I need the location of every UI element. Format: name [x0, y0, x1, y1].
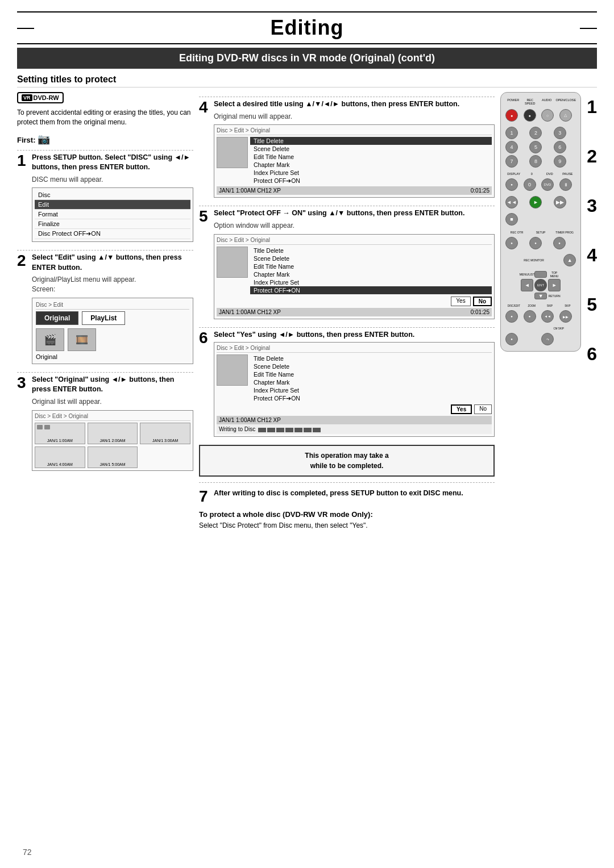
- step4-separator: [199, 97, 495, 97]
- lbl-recmonitor: REC MONITOR: [505, 258, 562, 262]
- btn-recotr[interactable]: ●: [505, 237, 518, 249]
- btn-3[interactable]: 3: [554, 127, 566, 139]
- page-title: Editing: [17, 16, 597, 40]
- btn-6[interactable]: 6: [554, 141, 566, 153]
- btn-discedit[interactable]: ●: [505, 310, 518, 323]
- btn-rew[interactable]: ◄◄: [505, 196, 518, 208]
- lbl-setup: SETUP: [529, 231, 552, 234]
- step7-separator: [199, 482, 495, 483]
- step7-num: 7: [199, 489, 210, 504]
- btn-cmskip[interactable]: ↷: [541, 333, 554, 345]
- wb3: [276, 428, 284, 432]
- tab-original: Original: [36, 311, 78, 325]
- btn-right[interactable]: ►: [548, 279, 561, 291]
- step5-index: Index Picture Set: [250, 278, 492, 286]
- btn-no-unsel[interactable]: No: [474, 404, 492, 414]
- btn-pause[interactable]: ⏸: [559, 178, 572, 191]
- step1-row: 1 Press SETUP button. Select "DISC" usin…: [17, 153, 193, 243]
- step5-num: 5: [199, 208, 210, 224]
- btn-recspeed[interactable]: ●: [524, 109, 536, 122]
- btn-yes[interactable]: Yes: [451, 297, 470, 306]
- side-num-4: 4: [587, 246, 597, 264]
- btn-8[interactable]: 8: [529, 155, 542, 168]
- btn-down[interactable]: ▼: [534, 293, 547, 299]
- btn-no[interactable]: No: [473, 297, 492, 306]
- step6-separator: [199, 327, 495, 328]
- btn-play[interactable]: ►: [529, 196, 542, 208]
- btn-enter[interactable]: ENT: [534, 279, 547, 291]
- step2-row: 2 Select "Edit" using ▲/▼ buttons, then …: [17, 253, 193, 364]
- btn-left[interactable]: ◄: [521, 279, 533, 291]
- btn-up2[interactable]: [534, 271, 547, 278]
- protect-title: To protect a whole disc (DVD-RW VR mode …: [199, 510, 495, 519]
- btn-yes-sel[interactable]: Yes: [451, 404, 472, 414]
- btn-fwd[interactable]: ▶▶: [554, 196, 566, 208]
- step6: 6 Select "Yes" using ◄/► buttons, then p…: [199, 330, 495, 437]
- wb1: [258, 428, 266, 432]
- btn-9[interactable]: 9: [554, 155, 566, 168]
- step1-desc: DISC menu will appear.: [32, 175, 193, 185]
- dvdrw-label: DVD‐RW: [34, 94, 59, 101]
- btn-2[interactable]: 2: [529, 127, 542, 139]
- btn-up[interactable]: ▲: [563, 254, 576, 266]
- mid-column: 4 Select a desired title using ▲/▼/◄/► b…: [199, 92, 495, 531]
- btn-power[interactable]: ●: [505, 109, 518, 122]
- btn-4[interactable]: 4: [505, 141, 518, 153]
- btn-skip1[interactable]: ◄◄: [541, 310, 554, 323]
- step6-edit-title: Edit Title Name: [250, 370, 492, 378]
- step3-num: 3: [17, 375, 28, 391]
- step3-desc: Original list will appear.: [32, 397, 193, 407]
- btn-1[interactable]: 1: [505, 127, 518, 139]
- step4: 4 Select a desired title using ▲/▼/◄/► b…: [199, 99, 495, 198]
- btn-timerprog[interactable]: ●: [553, 237, 566, 249]
- remote-control: POWER REC SPEED AUDIO OPEN/CLOSE ● ● ○ △…: [500, 92, 581, 352]
- btn-display[interactable]: ●: [505, 178, 518, 191]
- orig-thumb-3: JAN/1 3:00AM: [140, 423, 190, 444]
- step6-row: 6 Select "Yes" using ◄/► buttons, then p…: [199, 330, 495, 437]
- btn-7[interactable]: 7: [505, 155, 518, 168]
- remote-top-labels: POWER REC SPEED AUDIO OPEN/CLOSE: [505, 98, 576, 105]
- side-num-3: 3: [587, 197, 597, 215]
- btn-dvd[interactable]: DVD: [541, 178, 554, 191]
- step1-title: Press SETUP button. Select "DISC" using …: [32, 153, 193, 173]
- orig-thumb-2: JAN/1 2:00AM: [88, 423, 138, 444]
- btn-zoom[interactable]: ●: [524, 310, 536, 323]
- remote-row1: ● ● ○ △: [505, 109, 576, 122]
- side-step-numbers: 1 2 3 4 5 6: [587, 92, 597, 363]
- step2-breadcrumb: Disc > Edit: [36, 302, 189, 310]
- step5-thumbnail: [217, 247, 248, 278]
- btn-open[interactable]: △: [559, 109, 572, 122]
- menu-chapter-mark: Chapter Mark: [250, 161, 492, 169]
- lbl-return: RETURN: [548, 293, 561, 299]
- btn-rec[interactable]: ●: [505, 333, 518, 345]
- step7-row: 7 After writing to disc is completed, pr…: [199, 489, 495, 504]
- btn-audio[interactable]: ○: [541, 109, 554, 122]
- thumb3-label: JAN/1 3:00AM: [152, 439, 178, 443]
- menu-edit: Edit: [35, 200, 190, 210]
- btn-skip2[interactable]: ▶▶: [559, 310, 572, 323]
- step5-option-buttons: Yes No: [250, 297, 492, 306]
- btn-setup[interactable]: ●: [529, 237, 542, 249]
- menu-format: Format: [35, 210, 190, 219]
- step6-footer: JAN/1 1:00AM CH12 XP: [217, 416, 492, 424]
- step6-num: 6: [199, 330, 210, 346]
- tab-playlist: PlayList: [82, 311, 125, 325]
- btn-5[interactable]: 5: [529, 141, 542, 153]
- step3-content: Select "Original" using ◄/► buttons, the…: [32, 375, 193, 471]
- protect-section: To protect a whole disc (DVD-RW VR mode …: [199, 510, 495, 531]
- step3-row: 3 Select "Original" using ◄/► buttons, t…: [17, 375, 193, 471]
- btn-0[interactable]: 0: [524, 178, 536, 191]
- step4-breadcrumb: Disc > Edit > Original: [217, 127, 492, 135]
- main-layout: VR DVD‐RW To prevent accidental editing …: [17, 92, 597, 531]
- remote-setup-row-labels: REC OTR SETUP TIMER PROG: [505, 231, 576, 234]
- remote-disc-row: DISC/EDIT ZOOM SKIP SKIP: [505, 304, 576, 307]
- lbl-menulist: MENU/LIST: [521, 271, 533, 278]
- thumb2-label: JAN/1 2:00AM: [99, 439, 125, 443]
- writing-label: Writing to Disc: [219, 426, 255, 432]
- btn-stop[interactable]: ■: [505, 213, 518, 226]
- step4-title: Select a desired title using ▲/▼/◄/► but…: [214, 99, 495, 110]
- step1-separator: [17, 150, 193, 151]
- first-label: First: 📷: [17, 133, 193, 145]
- step3-separator: [17, 372, 193, 373]
- remote-cmskip-row: CM SKIP: [505, 327, 576, 330]
